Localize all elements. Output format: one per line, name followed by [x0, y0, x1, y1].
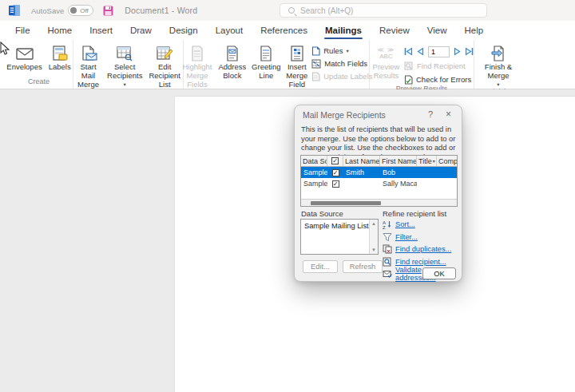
edit-recipient-list-icon — [156, 44, 173, 63]
scrollbar-thumb[interactable] — [311, 201, 381, 206]
address-block-button[interactable]: Address Block — [216, 43, 248, 81]
cell-title — [417, 167, 437, 178]
recipient-row[interactable]: Sample ... ✓ Smith Bob — [301, 167, 457, 178]
tab-help[interactable]: Help — [455, 21, 492, 40]
address-block-label: Address Block — [218, 63, 246, 81]
tab-draw[interactable]: Draw — [121, 21, 161, 40]
next-record-button[interactable] — [453, 47, 462, 56]
search-box[interactable]: Search (Alt+Q) — [280, 3, 487, 18]
labels-button[interactable]: Labels — [46, 43, 73, 73]
last-record-button[interactable] — [465, 47, 474, 56]
chevron-down-icon: ▾ — [497, 81, 499, 87]
preview-results-button[interactable]: ≪ ≫ ABC Preview Results — [370, 43, 402, 81]
cell-last-name: Smith — [343, 167, 380, 178]
cell-last-name — [343, 178, 380, 189]
recipient-row[interactable]: Sample ... ✓ Sally Maca... — [301, 178, 457, 189]
cell-first-name: Bob — [380, 167, 417, 178]
preview-results-label: Preview Results — [372, 63, 400, 81]
search-icon — [288, 7, 295, 14]
tab-view[interactable]: View — [418, 21, 456, 40]
cell-data-source: Sample ... — [301, 178, 327, 189]
check-for-errors-button[interactable]: Check for Errors — [404, 74, 474, 85]
save-icon[interactable] — [103, 6, 113, 16]
ok-button[interactable]: OK — [422, 267, 456, 279]
update-labels-label: Update Labels — [323, 72, 372, 81]
svg-text:A: A — [383, 220, 386, 225]
dialog-title: Mail Merge Recipients — [303, 110, 386, 120]
checkbox-checked-icon[interactable]: ✓ — [332, 169, 339, 176]
check-for-errors-icon — [404, 75, 413, 85]
column-header-first-name[interactable]: First Name▾ — [380, 156, 417, 166]
close-icon[interactable]: × — [446, 109, 451, 120]
autosave-state: Off — [80, 7, 89, 14]
tab-file[interactable]: File — [6, 21, 39, 40]
checkbox-checked-icon[interactable]: ✓ — [331, 157, 339, 164]
column-header-company[interactable]: Company N... — [437, 156, 457, 166]
find-duplicates-link[interactable]: Find duplicates... — [395, 245, 451, 253]
greeting-line-label: Greeting Line — [252, 63, 280, 81]
refresh-button[interactable]: Refresh — [343, 260, 383, 273]
data-source-item[interactable]: Sample Mailing List.mdb — [301, 220, 378, 230]
checkbox-checked-icon[interactable]: ✓ — [332, 180, 339, 188]
highlight-merge-fields-button[interactable]: Highlight Merge Fields — [180, 43, 214, 90]
rules-button[interactable]: Rules ▾ — [311, 46, 372, 56]
start-mail-merge-label: Start Mail Merge — [76, 63, 101, 89]
record-number-input[interactable] — [428, 46, 450, 57]
previous-record-button[interactable] — [416, 47, 425, 56]
sort-link[interactable]: Sort... — [395, 220, 415, 228]
select-recipients-button[interactable]: Select Recipients ▾ — [105, 43, 145, 88]
find-duplicates-link-row: Find duplicates... — [383, 244, 462, 254]
autosave-label: AutoSave — [31, 6, 64, 15]
autosave-control: AutoSave Off — [31, 5, 93, 16]
rules-icon — [311, 46, 320, 56]
filter-link[interactable]: Filter... — [395, 233, 418, 241]
scroll-up-icon[interactable]: ▲ — [371, 220, 376, 228]
horizontal-scrollbar[interactable] — [301, 199, 457, 206]
column-header-data-source[interactable]: Data So... — [301, 156, 327, 166]
mail-merge-recipients-dialog: Mail Merge Recipients ? × This is the li… — [294, 105, 462, 282]
sort-az-icon: AZ — [383, 220, 392, 229]
mouse-cursor — [0, 42, 10, 56]
vertical-scrollbar[interactable]: ▲ ▼ — [369, 220, 378, 254]
select-recipients-label: Select Recipients — [107, 63, 142, 81]
tab-home[interactable]: Home — [39, 21, 81, 40]
match-fields-icon — [311, 59, 321, 69]
scroll-down-icon[interactable]: ▼ — [371, 246, 376, 254]
select-recipients-icon — [116, 44, 133, 63]
record-navigation — [404, 46, 474, 57]
tab-layout[interactable]: Layout — [207, 21, 252, 40]
edit-recipient-list-button[interactable]: Edit Recipient List — [146, 43, 183, 90]
filter-icon — [383, 232, 392, 242]
first-record-button[interactable] — [404, 47, 413, 56]
tab-references[interactable]: References — [252, 21, 316, 40]
find-recipient-button[interactable]: Find Recipient — [404, 61, 474, 71]
ribbon-tab-row: File Home Insert Draw Design Layout Refe… — [0, 21, 575, 40]
chevron-down-icon: ▾ — [124, 81, 126, 87]
data-source-listbox[interactable]: Sample Mailing List.mdb ▲ ▼ — [300, 219, 379, 255]
column-header-checkbox[interactable]: ✓ — [327, 156, 343, 166]
insert-merge-field-icon — [289, 44, 305, 63]
match-fields-button[interactable]: Match Fields — [311, 58, 372, 69]
update-labels-button[interactable]: Update Labels — [311, 71, 372, 81]
find-recipient-icon — [383, 257, 392, 267]
validate-addresses-icon — [383, 269, 392, 279]
toggle-knob — [70, 7, 77, 14]
tab-review[interactable]: Review — [371, 21, 418, 40]
sort-link-row: AZ Sort... — [383, 220, 462, 229]
help-icon[interactable]: ? — [428, 109, 433, 119]
tab-mailings[interactable]: Mailings — [316, 21, 371, 40]
column-header-title[interactable]: Title▾ — [417, 156, 437, 166]
tab-design[interactable]: Design — [161, 21, 207, 40]
autosave-toggle[interactable]: Off — [68, 5, 93, 16]
find-recipient-link[interactable]: Find recipient... — [395, 258, 446, 266]
word-logo-icon[interactable] — [9, 5, 20, 16]
recipients-table-header: Data So... ✓ Last Name▾ First Name▾ Titl… — [301, 156, 457, 167]
cell-first-name: Sally Maca... — [380, 178, 417, 189]
tab-insert[interactable]: Insert — [81, 21, 121, 40]
edit-button[interactable]: Edit... — [303, 260, 338, 273]
finish-merge-button[interactable]: Finish & Merge ▾ — [474, 43, 522, 88]
find-recipient-link-row: Find recipient... — [383, 257, 462, 267]
check-for-errors-label: Check for Errors — [416, 75, 471, 84]
greeting-line-button[interactable]: Greeting Line — [250, 43, 282, 81]
column-header-last-name[interactable]: Last Name▾ — [343, 156, 380, 166]
